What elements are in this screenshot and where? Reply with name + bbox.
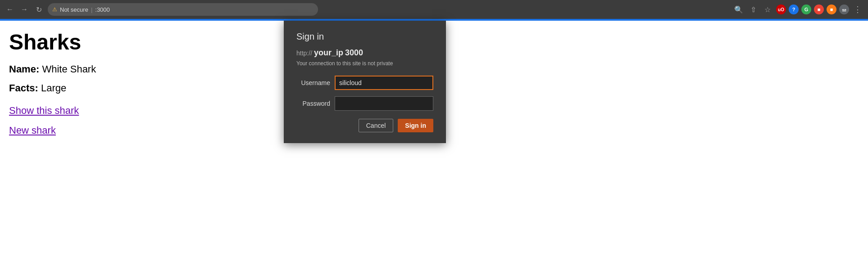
cancel-button[interactable]: Cancel bbox=[359, 119, 394, 132]
not-secure-text: Not secure bbox=[60, 6, 88, 13]
ext-orange-icon[interactable]: ■ bbox=[827, 4, 836, 14]
not-secure-icon: ⚠ bbox=[52, 6, 57, 13]
username-label: Username bbox=[296, 79, 330, 86]
password-input[interactable] bbox=[335, 96, 433, 111]
ext-puzzle-icon[interactable]: ⚍ bbox=[839, 4, 849, 14]
page-area: Sharks Name: White Shark Facts: Large Sh… bbox=[0, 21, 868, 279]
password-field-row: Password bbox=[296, 96, 433, 111]
shark-facts-label: Facts: bbox=[9, 82, 38, 94]
signin-title: Sign in bbox=[296, 32, 433, 42]
signin-url-port: 3000 bbox=[345, 48, 363, 58]
ext-red-icon[interactable]: ■ bbox=[814, 4, 824, 14]
password-label: Password bbox=[296, 100, 330, 107]
signin-url-row: http:// your_ip 3000 bbox=[296, 48, 433, 58]
username-input[interactable] bbox=[335, 76, 433, 90]
address-separator: | bbox=[91, 6, 92, 13]
browser-actions: 🔍 ⇧ ☆ uO ? G ■ ■ ⚍ ⋮ bbox=[733, 4, 863, 15]
signin-subtitle: Your connection to this site is not priv… bbox=[296, 60, 433, 67]
signin-actions: Cancel Sign in bbox=[296, 119, 433, 132]
ext-blue-icon[interactable]: ? bbox=[789, 4, 799, 14]
forward-button[interactable]: → bbox=[19, 4, 30, 15]
shark-facts-value: Large bbox=[41, 82, 66, 94]
browser-chrome: ← → ↻ ⚠ Not secure | :3000 🔍 ⇧ ☆ uO ? G … bbox=[0, 0, 868, 19]
menu-button[interactable]: ⋮ bbox=[852, 4, 863, 15]
bookmark-button[interactable]: ☆ bbox=[762, 4, 773, 15]
shark-name-label: Name: bbox=[9, 63, 39, 75]
back-button[interactable]: ← bbox=[5, 4, 15, 15]
reload-button[interactable]: ↻ bbox=[33, 4, 44, 15]
ext-green-icon[interactable]: G bbox=[801, 4, 811, 14]
shark-name-value: White Shark bbox=[42, 63, 96, 75]
signin-button[interactable]: Sign in bbox=[398, 119, 433, 132]
signin-url-http: http:// bbox=[296, 50, 312, 57]
username-field-row: Username bbox=[296, 76, 433, 90]
url-text: :3000 bbox=[95, 6, 110, 13]
address-bar[interactable]: ⚠ Not secure | :3000 bbox=[48, 3, 318, 16]
signin-dialog: Sign in http:// your_ip 3000 Your connec… bbox=[284, 21, 446, 143]
ext-ublock-icon[interactable]: uO bbox=[776, 4, 786, 14]
signin-url-host: your_ip bbox=[314, 48, 343, 58]
zoom-button[interactable]: 🔍 bbox=[733, 4, 745, 15]
share-button[interactable]: ⇧ bbox=[747, 4, 759, 15]
